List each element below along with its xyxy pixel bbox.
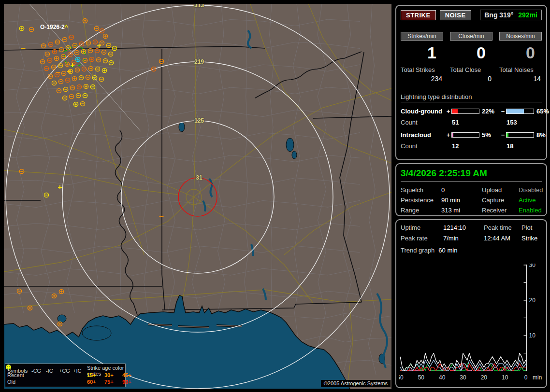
- svg-text:0: 0: [524, 374, 528, 381]
- svg-text:20: 20: [529, 297, 536, 304]
- persistence-label: Persistence: [401, 196, 441, 204]
- ic-minus-bar: [506, 132, 534, 138]
- range-value: 313 mi: [441, 207, 482, 214]
- strikes-per-min-header: Strikes/min: [401, 32, 443, 41]
- uptime-label: Uptime: [401, 224, 443, 231]
- cg-plus-pct: 22%: [479, 108, 500, 115]
- upload-label: Upload: [482, 186, 519, 194]
- ic-plus-pct: 5%: [479, 131, 500, 139]
- plot-mode-value: Strike: [521, 235, 542, 242]
- noises-per-min-value: 0: [499, 41, 542, 64]
- uptime-value: 1214:10: [443, 224, 484, 231]
- ic-minus-count: 18: [506, 142, 550, 150]
- cg-minus-count: 153: [506, 119, 550, 126]
- nexstorm-window: 31125219313 O-1926-2^ Symbols -CG -IC +C…: [0, 0, 550, 392]
- peak-rate-label: Peak rate: [401, 235, 443, 242]
- svg-text:30: 30: [460, 374, 466, 381]
- cg-minus-pct: 65%: [534, 108, 550, 115]
- svg-text:313: 313: [194, 4, 204, 9]
- close-per-min-header: Close/min: [450, 32, 492, 41]
- svg-text:50: 50: [418, 374, 425, 381]
- upload-status: Disabled: [519, 186, 543, 194]
- peak-rate-value: 7/min: [443, 235, 484, 242]
- ic-minus-sign: −: [500, 131, 506, 139]
- bearing-range-value: 292mi: [518, 11, 537, 19]
- legend-old-label: Old: [7, 379, 31, 385]
- trend-panel: Uptime 1214:10 Peak time Plot Peak rate …: [395, 219, 547, 388]
- intracloud-count-row: Count 12 18: [401, 142, 542, 150]
- cg-minus-bar: [506, 109, 534, 114]
- map-canvas: 31125219313 O-1926-2^: [4, 4, 391, 389]
- svg-text:min: min: [533, 374, 542, 381]
- trend-graph-canvas: 1020306050403020100min: [399, 264, 546, 385]
- bearing-readout: Bng 319° 292mi: [480, 10, 542, 20]
- total-noises-value: 14: [499, 75, 542, 83]
- cg-plus-bar: [451, 109, 479, 114]
- ic-count-label: Count: [401, 142, 445, 150]
- status-panel: 3/4/2026 2:25:19 AM Squelch 0 Upload Dis…: [395, 163, 547, 216]
- cg-minus-sign: −: [500, 108, 506, 115]
- range-label: Range: [401, 207, 441, 214]
- distribution-title: Lightning type distribution: [401, 93, 542, 102]
- datetime-display: 3/4/2026 2:25:19 AM: [401, 168, 542, 182]
- noises-per-min-column: Noises/min 0 Total Noises 14: [499, 32, 542, 83]
- capture-status: Active: [519, 196, 543, 204]
- plot-label: Plot: [521, 224, 542, 231]
- lightning-map: 31125219313 O-1926-2^ Symbols -CG -IC +C…: [4, 4, 391, 389]
- bearing-value: Bng 319°: [484, 11, 513, 19]
- persistence-value: 90 min: [441, 196, 482, 204]
- svg-text:10: 10: [502, 374, 508, 381]
- svg-text:31: 31: [196, 174, 203, 181]
- legend-col-neg-ic: -IC: [46, 368, 59, 374]
- strike-stats-panel: STRIKE NOISE Bng 319° 292mi Strikes/min …: [395, 5, 547, 160]
- receiver-label: Receiver: [482, 207, 519, 214]
- close-per-min-column: Close/min 0 Total Close 0: [450, 32, 492, 83]
- cg-count-label: Count: [401, 119, 445, 126]
- noises-per-min-header: Noises/min: [499, 32, 542, 41]
- ic-plus-bar: [451, 132, 479, 138]
- map-legend: Symbols -CG -IC +CG +IC Strike age color…: [5, 364, 126, 387]
- svg-text:60: 60: [399, 374, 404, 381]
- strike-toggle-button[interactable]: STRIKE: [401, 10, 436, 20]
- legend-recent-label: Recent: [7, 372, 31, 378]
- copyright-notice: ©2005 Astrogenic Systems: [321, 380, 391, 387]
- squelch-value: 0: [441, 186, 482, 194]
- trend-graph: 1020306050403020100min: [399, 264, 544, 385]
- svg-text:10: 10: [529, 332, 536, 339]
- cg-plus-count: 51: [451, 119, 500, 126]
- intracloud-label: Intracloud: [401, 131, 445, 139]
- receiver-status: Enabled: [519, 207, 543, 214]
- total-close-label: Total Close: [450, 66, 492, 73]
- strikes-per-min-column: Strikes/min 1 Total Strikes 234: [401, 32, 443, 83]
- age-60: 60+: [87, 379, 104, 385]
- legend-col-pos-cg: +CG: [59, 368, 73, 374]
- trend-graph-label: Trend graph: [401, 247, 434, 254]
- svg-text:40: 40: [439, 374, 446, 381]
- age-15: 15+: [87, 372, 104, 378]
- svg-text:219: 219: [194, 58, 204, 65]
- cloud-ground-row: Cloud-ground + 22% − 65%: [401, 108, 542, 115]
- svg-text:20: 20: [481, 374, 488, 381]
- total-close-value: 0: [450, 75, 492, 83]
- side-panel: STRIKE NOISE Bng 319° 292mi Strikes/min …: [395, 4, 547, 389]
- total-strikes-label: Total Strikes: [401, 66, 443, 73]
- noise-toggle-button[interactable]: NOISE: [440, 10, 471, 20]
- trend-graph-window: 60 min: [438, 247, 457, 254]
- strikes-per-min-value: 1: [401, 41, 443, 64]
- svg-text:30: 30: [529, 264, 536, 268]
- ic-plus-count: 12: [451, 142, 500, 150]
- capture-label: Capture: [482, 196, 519, 204]
- intracloud-row: Intracloud + 5% − 8%: [401, 131, 542, 139]
- squelch-label: Squelch: [401, 186, 441, 194]
- age-30: 30+: [104, 372, 122, 378]
- total-strikes-value: 234: [401, 75, 443, 83]
- age-90: 90+: [122, 379, 138, 385]
- storm-cell-label: O-1926-2^: [40, 24, 68, 30]
- legend-col-pos-ic: +IC: [73, 368, 87, 374]
- cg-plus-sign: +: [445, 108, 451, 115]
- ic-minus-pct: 8%: [534, 131, 550, 139]
- svg-text:125: 125: [194, 117, 204, 124]
- cloud-ground-label: Cloud-ground: [401, 108, 445, 115]
- legend-col-neg-cg: -CG: [31, 368, 46, 374]
- age-45: 45+: [122, 372, 138, 378]
